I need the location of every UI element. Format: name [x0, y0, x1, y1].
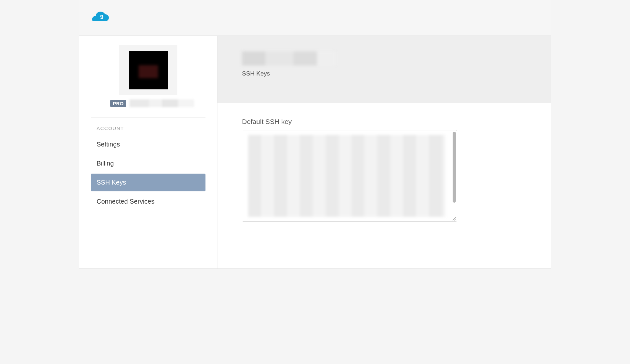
sidebar-item-billing[interactable]: Billing: [91, 155, 205, 172]
header-user-name-redacted: [242, 51, 336, 66]
textarea-resize-handle[interactable]: [452, 216, 456, 221]
annotation-arrow-icon: [378, 223, 546, 269]
default-ssh-key-label: Default SSH key: [242, 118, 526, 126]
svg-text:9: 9: [100, 14, 103, 20]
ssh-key-redacted: [248, 135, 445, 217]
body: PRO ACCOUNT Settings Billing SSH Keys Co…: [79, 36, 551, 268]
page-title: SSH Keys: [242, 70, 551, 77]
main-body: Default SSH key: [217, 103, 551, 222]
avatar-frame: [119, 45, 177, 95]
avatar[interactable]: [129, 51, 168, 89]
profile-name-redacted: [130, 99, 194, 107]
ssh-key-textarea[interactable]: [242, 130, 457, 222]
sidebar-item-connected-services[interactable]: Connected Services: [91, 193, 205, 210]
sidebar-item-ssh-keys[interactable]: SSH Keys: [91, 174, 205, 191]
pro-badge: PRO: [110, 100, 126, 107]
account-section-label: ACCOUNT: [91, 126, 205, 131]
top-bar: 9: [79, 0, 551, 36]
svg-line-1: [453, 217, 456, 220]
scrollbar-thumb[interactable]: [453, 132, 456, 203]
profile-name-row: PRO: [91, 99, 205, 107]
cloud9-logo-icon[interactable]: 9: [92, 12, 109, 25]
sidebar: PRO ACCOUNT Settings Billing SSH Keys Co…: [79, 36, 217, 268]
sidebar-divider: [91, 117, 205, 118]
sidebar-item-settings[interactable]: Settings: [91, 136, 205, 153]
account-nav: Settings Billing SSH Keys Connected Serv…: [91, 136, 205, 210]
main-header: SSH Keys: [217, 36, 551, 103]
profile-block: PRO: [91, 42, 205, 113]
app-window: 9 PRO ACCOUNT Settings Billing SSH Keys: [79, 0, 551, 269]
main-panel: SSH Keys Default SSH key: [217, 36, 551, 268]
textarea-scrollbar[interactable]: [451, 130, 457, 221]
svg-line-2: [454, 219, 456, 220]
ssh-key-content[interactable]: [242, 130, 451, 221]
